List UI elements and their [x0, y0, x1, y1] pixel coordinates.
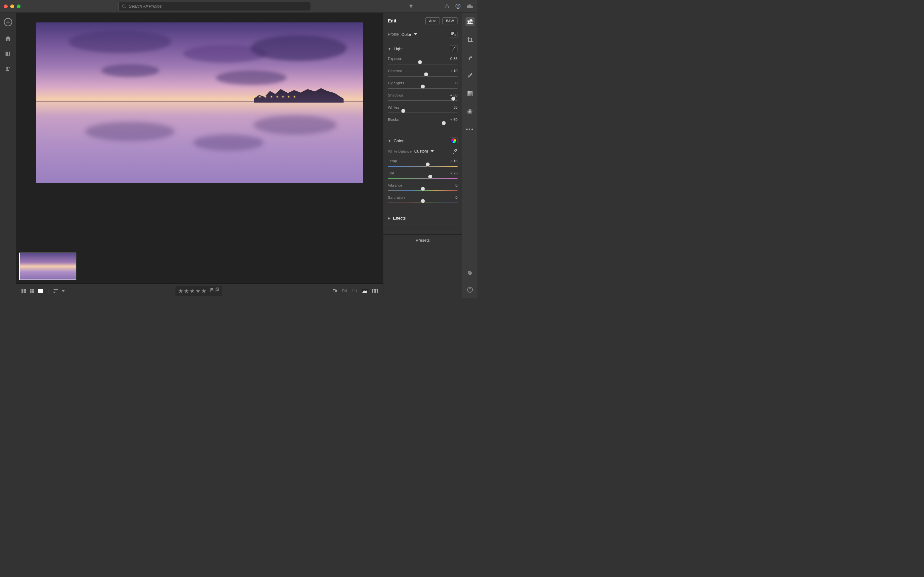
svg-rect-12 — [21, 289, 23, 291]
sort-dropdown[interactable] — [61, 290, 65, 292]
rating-stars[interactable]: ★ ★ ★ ★ ★ — [176, 286, 222, 296]
svg-rect-19 — [30, 290, 31, 292]
zoom-fit[interactable]: Fit — [333, 288, 337, 293]
grid-detail-view[interactable] — [29, 288, 35, 293]
svg-rect-17 — [31, 289, 33, 290]
linear-gradient-icon[interactable] — [465, 89, 475, 98]
profile-label: Profile — [388, 32, 399, 37]
slider-track[interactable] — [388, 62, 457, 66]
slider-thumb[interactable] — [418, 60, 422, 64]
home-icon[interactable] — [5, 35, 11, 42]
slider-track[interactable] — [388, 111, 457, 115]
maximize-window[interactable] — [17, 5, 21, 8]
chevron-down-icon[interactable] — [431, 150, 434, 152]
svg-rect-24 — [33, 292, 34, 293]
filter-icon[interactable] — [409, 4, 414, 9]
svg-rect-9 — [8, 52, 10, 56]
svg-rect-21 — [33, 290, 34, 292]
radial-gradient-icon[interactable] — [465, 107, 475, 116]
color-section: ▼ Color White Balance Custom Temp+ 15 Ti… — [383, 133, 462, 211]
compare-icon[interactable] — [372, 289, 378, 293]
single-view[interactable] — [38, 288, 43, 293]
edit-sliders-icon[interactable] — [465, 17, 475, 26]
tag-icon[interactable] — [465, 269, 475, 277]
svg-rect-20 — [31, 290, 33, 292]
svg-rect-25 — [38, 289, 43, 293]
presets-button[interactable]: Presets — [383, 234, 462, 246]
sort-button[interactable] — [53, 289, 58, 293]
star-4[interactable]: ★ — [195, 287, 200, 295]
svg-rect-47 — [468, 56, 472, 60]
slider-thumb[interactable] — [425, 162, 430, 167]
search-icon — [122, 4, 126, 9]
profile-browser-button[interactable] — [450, 31, 457, 38]
slider-track[interactable] — [388, 176, 457, 181]
star-5[interactable]: ★ — [201, 287, 206, 295]
zoom-fill[interactable]: Fill — [342, 288, 347, 293]
info-icon[interactable] — [465, 285, 475, 294]
slider-thumb[interactable] — [421, 84, 425, 89]
auto-button[interactable]: Auto — [425, 17, 440, 24]
flag-reject-icon[interactable] — [215, 287, 220, 295]
search-input[interactable]: Search All Photos — [118, 2, 311, 11]
slider-thumb[interactable] — [451, 97, 456, 101]
brush-icon[interactable] — [465, 71, 475, 80]
svg-rect-34 — [375, 289, 378, 293]
svg-rect-15 — [24, 292, 26, 293]
star-1[interactable]: ★ — [178, 287, 183, 295]
slider-thumb[interactable] — [441, 121, 446, 125]
slider-track[interactable] — [388, 74, 457, 79]
zoom-1to1[interactable]: 1:1 — [352, 288, 357, 293]
chevron-down-icon: ▼ — [388, 47, 391, 51]
main-photo[interactable] — [36, 23, 363, 183]
slider-value: + 60 — [450, 118, 457, 121]
profile-value[interactable]: Color — [401, 32, 411, 37]
more-icon[interactable]: ••• — [465, 125, 475, 134]
share-icon[interactable] — [444, 4, 449, 9]
slider-thumb[interactable] — [421, 187, 425, 191]
slider-track[interactable] — [388, 189, 457, 193]
slider-thumb[interactable] — [428, 174, 433, 179]
effects-header[interactable]: ▶ Effects — [383, 216, 462, 223]
close-window[interactable] — [4, 5, 8, 8]
tone-curve-button[interactable] — [450, 45, 457, 52]
help-icon[interactable] — [455, 3, 461, 9]
flag-pick-icon[interactable] — [210, 287, 215, 295]
slider-thumb[interactable] — [401, 109, 405, 113]
slider-track[interactable] — [388, 201, 457, 205]
svg-rect-51 — [468, 91, 472, 96]
edit-panel: Edit Auto B&W Profile Color ▼ Light Expo… — [383, 13, 462, 298]
slider-track[interactable] — [388, 123, 457, 127]
wb-value[interactable]: Custom — [414, 149, 428, 153]
thumbnail[interactable] — [19, 253, 76, 280]
svg-rect-8 — [7, 52, 8, 56]
slider-thumb[interactable] — [424, 72, 428, 77]
library-icon[interactable] — [5, 51, 11, 57]
histogram-icon[interactable] — [362, 289, 368, 293]
minimize-window[interactable] — [10, 5, 14, 8]
slider-track[interactable] — [388, 98, 457, 103]
canvas-area: | ★ ★ ★ ★ ★ Fit Fill 1:1 — [16, 13, 383, 298]
color-header[interactable]: ▼ Color — [383, 137, 462, 147]
cloud-icon[interactable] — [467, 4, 473, 9]
svg-rect-16 — [30, 289, 31, 290]
crop-icon[interactable] — [465, 35, 475, 44]
eyedropper-icon[interactable] — [452, 149, 457, 154]
bw-button[interactable]: B&W — [443, 17, 457, 24]
add-photos-button[interactable] — [4, 18, 12, 26]
slider-thumb[interactable] — [421, 199, 425, 203]
chevron-down-icon[interactable] — [414, 33, 417, 35]
svg-rect-38 — [451, 34, 453, 35]
edit-title: Edit — [388, 18, 423, 23]
slider-track[interactable] — [388, 86, 457, 91]
light-header[interactable]: ▼ Light — [383, 45, 462, 55]
grid-small-view[interactable] — [21, 288, 26, 293]
slider-track[interactable] — [388, 164, 457, 169]
healing-icon[interactable] — [465, 53, 475, 62]
slider-temp: Temp+ 15 — [383, 157, 462, 169]
color-mixer-button[interactable] — [450, 137, 457, 144]
sharing-icon[interactable] — [5, 66, 11, 72]
star-2[interactable]: ★ — [184, 287, 189, 295]
star-3[interactable]: ★ — [190, 287, 195, 295]
svg-point-54 — [468, 272, 469, 273]
